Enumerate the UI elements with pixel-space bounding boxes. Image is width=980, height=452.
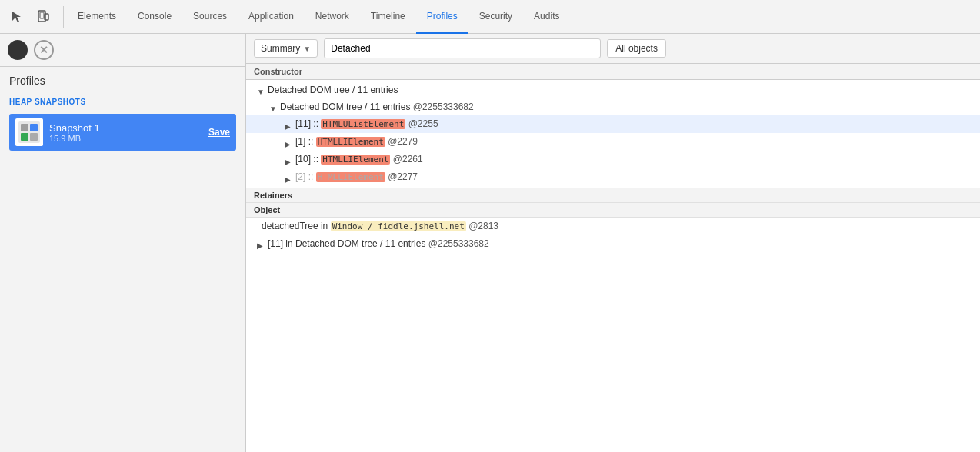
expand-arrow-icon[interactable]: ▼ [269, 102, 278, 111]
grid-cell-3 [21, 133, 28, 141]
object-id: @2255333682 [413, 101, 474, 112]
tree-row[interactable]: ▼ Detached DOM tree / 11 entries [246, 81, 980, 98]
panel-toolbar: Summary ▼ All objects [246, 34, 980, 64]
tab-audits[interactable]: Audits [523, 0, 570, 34]
tree-label: [2] :: HTMLLIElement @2277 [295, 170, 418, 184]
chevron-down-icon: ▼ [303, 45, 311, 53]
clear-button[interactable]: ✕ [34, 40, 54, 60]
object-id: @2255333682 [428, 238, 489, 249]
snapshot-name: Snapshot 1 [49, 122, 208, 134]
object-row-1[interactable]: detachedTree in Window / fiddle.jshell.n… [246, 218, 980, 235]
object-row-text: [11] in Detached DOM tree / 11 entries @… [268, 237, 489, 251]
class-name-highlight: HTMLLIElement [316, 172, 385, 182]
sidebar-title: Profiles [9, 75, 236, 87]
tree-label: Detached DOM tree / 11 entries [268, 83, 398, 97]
cursor-tool-button[interactable] [6, 6, 28, 28]
object-section-header: Object [246, 203, 980, 218]
sidebar-content: Profiles HEAP SNAPSHOTS Snapshot 1 15.9 … [0, 67, 245, 452]
class-name-highlight: HTMLLIElement [316, 137, 385, 147]
device-tool-button[interactable] [32, 6, 54, 28]
summary-dropdown[interactable]: Summary ▼ [254, 39, 318, 58]
sidebar: ✕ Profiles HEAP SNAPSHOTS Snapshot 1 15.… [0, 34, 246, 452]
grid-cell-4 [30, 133, 38, 141]
main-layout: ✕ Profiles HEAP SNAPSHOTS Snapshot 1 15.… [0, 34, 980, 452]
class-name-highlight: HTMLLIElement [321, 155, 390, 165]
toolbar-icons [6, 6, 64, 28]
tab-timeline[interactable]: Timeline [360, 0, 416, 34]
object-id: @2813 [468, 221, 498, 231]
all-objects-button[interactable]: All objects [607, 39, 666, 58]
object-id: @2255 [408, 118, 438, 129]
tab-console[interactable]: Console [127, 0, 182, 34]
tree-label: Detached DOM tree / 11 entries @22553336… [280, 100, 474, 114]
object-row-text: detachedTree in Window / fiddle.jshell.n… [262, 219, 498, 234]
grid-cell-1 [21, 124, 28, 131]
summary-label: Summary [261, 43, 300, 54]
snapshot-item[interactable]: Snapshot 1 15.9 MB Save [9, 114, 236, 151]
filter-input[interactable] [324, 38, 601, 58]
grid-cell-2 [30, 124, 38, 131]
expand-arrow-icon[interactable]: ▶ [285, 173, 294, 182]
tree-row-truncated[interactable]: ▶ [2] :: HTMLLIElement @2277 [246, 168, 980, 186]
tree-row[interactable]: ▶ [1] :: HTMLLIElement @2279 [246, 133, 980, 151]
top-toolbar: Elements Console Sources Application Net… [0, 0, 980, 34]
nav-tabs: Elements Console Sources Application Net… [67, 0, 974, 34]
window-highlight: Window / fiddle.jshell.net [331, 221, 466, 231]
object-id: @2279 [388, 136, 418, 147]
heap-snapshots-header: HEAP SNAPSHOTS [9, 98, 236, 106]
constructor-header: Constructor [254, 67, 972, 76]
class-name-highlight: HTMLUListElement [321, 119, 405, 129]
tree-row-highlighted[interactable]: ▶ [11] :: HTMLUListElement @2255 [246, 115, 980, 133]
sidebar-controls: ✕ [0, 34, 245, 67]
object-id: @2261 [393, 154, 423, 165]
expand-arrow-icon[interactable]: ▶ [285, 120, 294, 129]
right-panel: Summary ▼ All objects Constructor ▼ Deta… [246, 34, 980, 452]
snapshot-icon [15, 118, 43, 146]
expand-arrow-icon[interactable]: ▶ [285, 155, 294, 165]
tab-application[interactable]: Application [238, 0, 305, 34]
expand-arrow-icon[interactable]: ▶ [257, 239, 266, 248]
tree-label: [11] :: HTMLUListElement @2255 [295, 117, 438, 131]
record-button[interactable] [8, 40, 28, 60]
tree-label: [1] :: HTMLLIElement @2279 [295, 135, 418, 149]
tree-row[interactable]: ▼ Detached DOM tree / 11 entries @225533… [246, 98, 980, 115]
table-header-row: Constructor [246, 64, 980, 80]
tree-label: [10] :: HTMLLIElement @2261 [295, 152, 423, 167]
tab-profiles[interactable]: Profiles [416, 0, 468, 34]
expand-arrow-icon[interactable]: ▼ [257, 85, 266, 95]
svg-rect-1 [40, 12, 44, 18]
tab-security[interactable]: Security [468, 0, 523, 34]
object-id: @2277 [388, 171, 418, 182]
snapshot-save-button[interactable]: Save [208, 127, 230, 138]
expand-arrow-icon[interactable]: ▶ [285, 138, 294, 147]
tab-sources[interactable]: Sources [182, 0, 238, 34]
snapshot-size: 15.9 MB [49, 134, 208, 143]
snapshot-info: Snapshot 1 15.9 MB [49, 122, 208, 143]
object-row-2[interactable]: ▶ [11] in Detached DOM tree / 11 entries… [246, 235, 980, 252]
retainers-section-header: Retainers [246, 188, 980, 203]
tree-area: ▼ Detached DOM tree / 11 entries ▼ Detac… [246, 80, 980, 188]
tree-row[interactable]: ▶ [10] :: HTMLLIElement @2261 [246, 151, 980, 168]
svg-rect-2 [45, 14, 48, 20]
table-area: Constructor ▼ Detached DOM tree / 11 ent… [246, 64, 980, 452]
tab-network[interactable]: Network [305, 0, 360, 34]
tab-elements[interactable]: Elements [67, 0, 127, 34]
snapshot-icon-grid [18, 121, 40, 143]
